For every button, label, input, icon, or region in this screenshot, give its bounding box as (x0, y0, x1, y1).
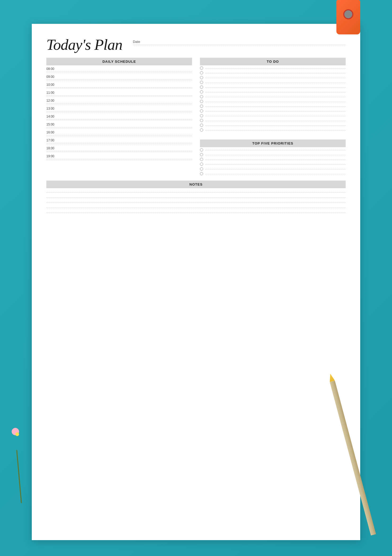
todo-item-2 (200, 70, 346, 75)
priority-item-1 (200, 147, 346, 152)
priority-checkbox-4[interactable] (200, 163, 203, 166)
todo-line-7[interactable] (205, 97, 346, 97)
time-label-1000: 10:00 (46, 83, 192, 87)
priority-line-1[interactable] (205, 150, 346, 150)
schedule-line-1700a[interactable] (46, 143, 192, 143)
todo-item-11 (200, 113, 346, 118)
todo-checkbox-8[interactable] (200, 100, 203, 103)
priority-checkbox-5[interactable] (200, 167, 203, 171)
schedule-line-1700b[interactable] (46, 144, 192, 144)
schedule-line-1300a[interactable] (46, 111, 192, 111)
priority-checkbox-3[interactable] (200, 158, 203, 161)
schedule-line-1200a[interactable] (46, 103, 192, 104)
schedule-line-1600a[interactable] (46, 135, 192, 135)
todo-checkbox-6[interactable] (200, 90, 203, 93)
schedule-line-1000b[interactable] (46, 88, 192, 89)
schedule-line-0800b[interactable] (46, 73, 192, 73)
todo-line-4[interactable] (205, 83, 346, 83)
todo-checkbox-9[interactable] (200, 105, 203, 108)
priority-line-2[interactable] (205, 155, 346, 155)
schedule-line-1600b[interactable] (46, 136, 192, 136)
schedule-line-0800a[interactable] (46, 71, 192, 72)
priority-item-2 (200, 152, 346, 157)
priority-line-3[interactable] (205, 160, 346, 160)
time-label-0900: 09:00 (46, 75, 192, 79)
note-line-3[interactable] (46, 203, 346, 203)
note-line-1[interactable] (46, 192, 346, 193)
todo-item-6 (200, 89, 346, 94)
todo-header: TO DO (200, 58, 346, 65)
schedule-line-0900a[interactable] (46, 79, 192, 80)
daily-schedule-section: DAILY SCHEDULE 08:00 09:00 10:00 (46, 58, 192, 176)
todo-checkbox-4[interactable] (200, 81, 203, 84)
todo-line-2[interactable] (205, 73, 346, 73)
time-slot-1200: 12:00 (46, 97, 192, 105)
time-slot-1100: 11:00 (46, 89, 192, 97)
time-label-1300: 13:00 (46, 107, 192, 110)
schedule-line-1100b[interactable] (46, 96, 192, 97)
schedule-line-1500a[interactable] (46, 127, 192, 127)
todo-checkbox-7[interactable] (200, 95, 203, 98)
todo-line-9[interactable] (205, 106, 346, 107)
note-line-4[interactable] (46, 208, 346, 208)
schedule-line-1300b[interactable] (46, 112, 192, 113)
schedule-line-1900b[interactable] (46, 160, 192, 160)
priority-item-3 (200, 157, 346, 162)
priority-checkbox-6[interactable] (200, 172, 203, 175)
date-label: Date (133, 40, 346, 44)
priority-line-5[interactable] (205, 169, 346, 169)
schedule-line-1500b[interactable] (46, 128, 192, 128)
schedule-line-1200b[interactable] (46, 104, 192, 105)
todo-line-11[interactable] (205, 116, 346, 116)
todo-line-10[interactable] (205, 111, 346, 111)
schedule-line-1900a[interactable] (46, 159, 192, 159)
schedule-line-1400a[interactable] (46, 119, 192, 119)
todo-item-9 (200, 104, 346, 108)
todo-checkbox-13[interactable] (200, 124, 203, 127)
priority-checkbox-1[interactable] (200, 148, 203, 151)
todo-line-12[interactable] (205, 121, 346, 121)
date-line[interactable] (133, 45, 346, 45)
todo-checkbox-2[interactable] (200, 71, 203, 74)
time-label-1800: 18:00 (46, 146, 192, 150)
priority-line-6[interactable] (205, 174, 346, 174)
spacer (200, 132, 346, 140)
header: Today's Plan Date (46, 37, 346, 52)
note-line-2[interactable] (46, 198, 346, 198)
time-label-1500: 15:00 (46, 123, 192, 126)
note-line-5[interactable] (46, 213, 346, 213)
todo-checkbox-12[interactable] (200, 119, 203, 122)
schedule-line-1100a[interactable] (46, 95, 192, 96)
schedule-line-0900b[interactable] (46, 80, 192, 81)
todo-checkbox-14[interactable] (200, 128, 203, 132)
priority-item-4 (200, 162, 346, 166)
page-title: Today's Plan (46, 37, 122, 52)
schedule-line-1000a[interactable] (46, 87, 192, 88)
todo-checkbox-5[interactable] (200, 86, 203, 89)
todo-item-5 (200, 84, 346, 89)
schedule-line-1800b[interactable] (46, 152, 192, 152)
todo-checkbox-11[interactable] (200, 114, 203, 117)
todo-line-5[interactable] (205, 87, 346, 88)
schedule-line-1800a[interactable] (46, 151, 192, 151)
todo-checkbox-3[interactable] (200, 76, 203, 79)
todo-item-12 (200, 118, 346, 123)
time-slot-1700: 17:00 (46, 137, 192, 145)
todo-item-4 (200, 80, 346, 84)
date-section: Date (133, 37, 346, 45)
todo-checkbox-10[interactable] (200, 109, 203, 113)
todo-line-3[interactable] (205, 78, 346, 78)
schedule-line-1400b[interactable] (46, 120, 192, 120)
priority-checkbox-2[interactable] (200, 153, 203, 156)
time-slot-1000: 10:00 (46, 81, 192, 89)
todo-line-13[interactable] (205, 125, 346, 126)
time-slot-1300: 13:00 (46, 105, 192, 113)
todo-line-14[interactable] (205, 130, 346, 131)
paper: Today's Plan Date DAILY SCHEDULE 08:00 0… (32, 24, 360, 540)
priority-line-4[interactable] (205, 164, 346, 165)
todo-checkbox-1[interactable] (200, 66, 203, 70)
todo-item-3 (200, 75, 346, 80)
todo-line-8[interactable] (205, 102, 346, 102)
todo-line-6[interactable] (205, 92, 346, 92)
todo-line-1[interactable] (205, 68, 346, 69)
